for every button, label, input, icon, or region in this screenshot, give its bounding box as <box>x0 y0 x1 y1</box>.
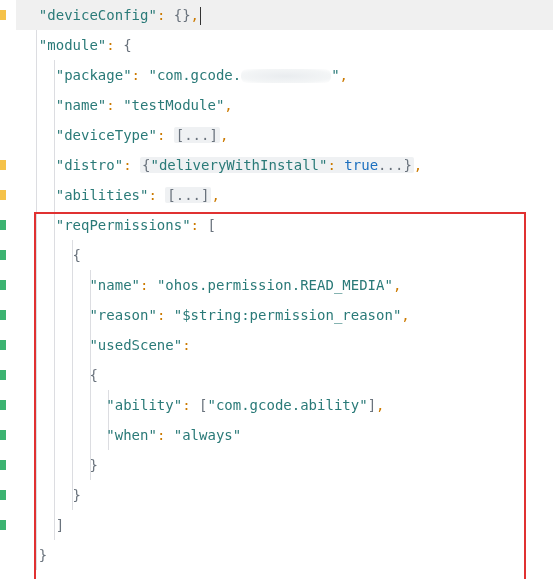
text-cursor <box>200 7 201 25</box>
fold-marker[interactable]: [...] <box>174 127 220 143</box>
code-line[interactable]: "usedScene": <box>16 330 553 360</box>
gutter-mark-green <box>0 220 6 230</box>
code-line[interactable]: "reason": "$string:permission_reason", <box>16 300 553 330</box>
redacted-text <box>241 69 331 83</box>
code-line[interactable]: "ability": ["com.gcode.ability"], <box>16 390 553 420</box>
code-line[interactable]: } <box>16 480 553 510</box>
code-line[interactable]: "deviceType": [...], <box>16 120 553 150</box>
code-line[interactable]: { <box>16 360 553 390</box>
gutter-mark-green <box>0 280 6 290</box>
gutter-mark-green <box>0 310 6 320</box>
code-editor[interactable]: "deviceConfig": {}, "module": { "package… <box>0 0 553 579</box>
gutter-mark-green <box>0 490 6 500</box>
gutter-mark-yellow <box>0 190 6 200</box>
code-line[interactable]: } <box>16 450 553 480</box>
code-line[interactable]: "name": "ohos.permission.READ_MEDIA", <box>16 270 553 300</box>
code-line[interactable]: "reqPermissions": [ <box>16 210 553 240</box>
editor-gutter <box>0 0 16 579</box>
gutter-mark-green <box>0 400 6 410</box>
fold-marker[interactable]: {"deliveryWithInstall": true...} <box>140 157 414 173</box>
code-line[interactable]: "distro": {"deliveryWithInstall": true..… <box>16 150 553 180</box>
gutter-mark-green <box>0 520 6 530</box>
code-line[interactable]: "abilities": [...], <box>16 180 553 210</box>
code-line[interactable]: "package": "com.gcode.", <box>16 60 553 90</box>
code-line[interactable]: { <box>16 240 553 270</box>
code-line[interactable]: "name": "testModule", <box>16 90 553 120</box>
code-line[interactable]: ] <box>16 510 553 540</box>
code-line[interactable]: "when": "always" <box>16 420 553 450</box>
code-line[interactable]: "deviceConfig": {}, <box>16 0 553 30</box>
gutter-mark-green <box>0 460 6 470</box>
gutter-mark-green <box>0 250 6 260</box>
gutter-mark-green <box>0 370 6 380</box>
gutter-mark-green <box>0 430 6 440</box>
gutter-mark-yellow <box>0 10 6 20</box>
code-line[interactable]: "module": { <box>16 30 553 60</box>
fold-marker[interactable]: [...] <box>165 187 211 203</box>
code-line[interactable]: } <box>16 540 553 570</box>
code-area[interactable]: "deviceConfig": {}, "module": { "package… <box>16 0 553 570</box>
gutter-mark-green <box>0 340 6 350</box>
gutter-mark-yellow <box>0 160 6 170</box>
